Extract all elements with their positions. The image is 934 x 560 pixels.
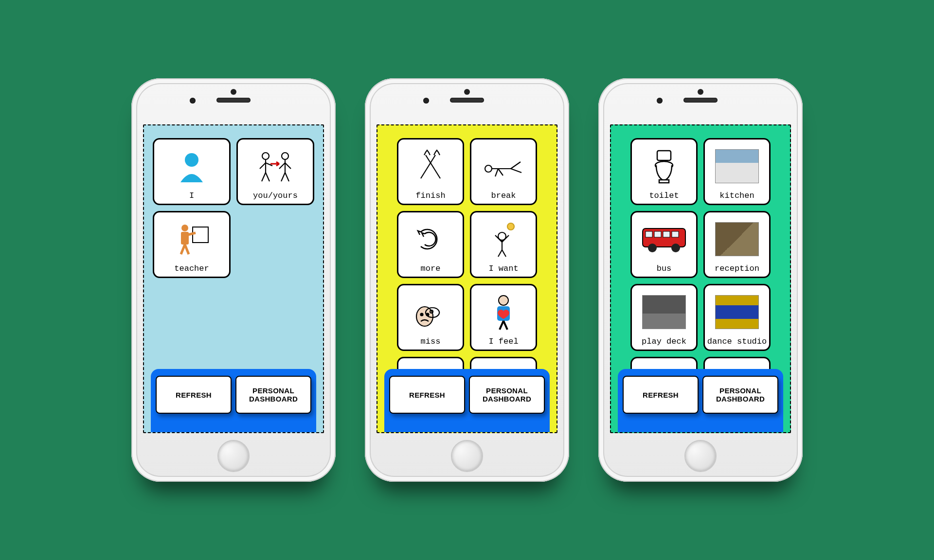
bottom-dock: REFRESH PERSONAL DASHBOARD: [151, 369, 316, 432]
phone-mockup-3: toilet kitchen bus: [598, 78, 803, 482]
svg-rect-14: [193, 227, 208, 243]
lying-icon: [473, 142, 534, 190]
bottom-dock: REFRESH PERSONAL DASHBOARD: [618, 369, 783, 432]
svg-rect-44: [657, 151, 671, 160]
svg-rect-48: [646, 231, 652, 237]
svg-point-15: [181, 225, 188, 231]
svg-line-5: [260, 163, 266, 169]
card-label: kitchen: [719, 192, 754, 200]
toilet-icon: [634, 142, 694, 190]
svg-point-33: [416, 307, 433, 326]
svg-point-37: [499, 296, 508, 305]
card-label: you/yours: [253, 192, 298, 200]
swirl-icon: [400, 215, 461, 262]
svg-line-11: [279, 163, 285, 169]
front-camera: [657, 98, 663, 104]
home-button[interactable]: [217, 440, 250, 472]
photo-icon: [707, 142, 767, 190]
svg-line-4: [266, 173, 269, 181]
svg-rect-51: [672, 231, 679, 237]
svg-line-30: [502, 250, 506, 257]
personal-dashboard-button[interactable]: PERSONAL DASHBOARD: [235, 376, 311, 414]
card-toilet[interactable]: toilet: [630, 138, 698, 205]
svg-point-52: [648, 244, 657, 252]
svg-line-22: [511, 162, 521, 169]
card-dance-studio[interactable]: dance studio: [703, 284, 771, 351]
sad-thought-icon: [400, 288, 461, 335]
card-label: dance studio: [707, 337, 767, 346]
card-grid: I you/yours: [144, 125, 323, 278]
personal-dashboard-button[interactable]: PERSONAL DASHBOARD: [469, 376, 545, 414]
card-label: I feel: [488, 337, 518, 346]
card-bus[interactable]: bus: [630, 211, 698, 278]
front-camera: [190, 98, 196, 104]
card-break[interactable]: break: [470, 138, 537, 205]
home-button[interactable]: [684, 440, 717, 472]
photo-icon: [707, 288, 767, 335]
card-more[interactable]: more: [397, 211, 464, 278]
app-screen: finish break: [377, 124, 557, 433]
phone-speaker: [683, 98, 718, 103]
two-people-arrow-icon: [240, 142, 311, 190]
proximity-sensor: [698, 89, 703, 95]
card-label: play deck: [642, 337, 686, 346]
refresh-button[interactable]: REFRESH: [623, 376, 699, 414]
svg-rect-49: [654, 231, 661, 237]
card-i[interactable]: I: [153, 138, 231, 205]
card-teacher[interactable]: teacher: [153, 211, 231, 278]
card-label: break: [491, 192, 516, 200]
card-label: miss: [421, 337, 441, 346]
card-reception[interactable]: reception: [703, 211, 771, 278]
bottom-dock: REFRESH PERSONAL DASHBOARD: [384, 369, 550, 432]
card-label: finish: [415, 192, 445, 200]
svg-line-3: [262, 173, 266, 181]
card-label: teacher: [174, 264, 209, 273]
card-play-deck[interactable]: play deck: [630, 284, 698, 351]
svg-line-25: [498, 169, 503, 175]
svg-line-9: [281, 173, 285, 181]
svg-line-39: [500, 321, 503, 330]
svg-line-40: [503, 321, 507, 330]
phone-speaker: [216, 98, 251, 103]
photo-icon: [634, 288, 694, 335]
person-icon: [156, 142, 227, 190]
svg-line-10: [285, 173, 289, 181]
card-you-yours[interactable]: you/yours: [236, 138, 314, 205]
card-i-want[interactable]: I want: [470, 211, 537, 278]
card-i-feel[interactable]: I feel: [470, 284, 537, 351]
phone-speaker: [450, 98, 484, 103]
front-camera: [423, 98, 429, 104]
personal-dashboard-button[interactable]: PERSONAL DASHBOARD: [702, 376, 778, 414]
refresh-button[interactable]: REFRESH: [156, 376, 232, 414]
app-screen: I you/yours: [143, 124, 324, 433]
svg-point-7: [282, 153, 288, 159]
card-label: I want: [488, 264, 518, 273]
card-miss[interactable]: miss: [397, 284, 464, 351]
svg-point-26: [507, 223, 514, 230]
card-label: toilet: [649, 192, 679, 200]
phone-mockup-1: I you/yours: [131, 78, 336, 482]
svg-line-29: [498, 250, 502, 257]
app-screen: toilet kitchen bus: [610, 124, 791, 433]
svg-point-53: [671, 244, 680, 252]
svg-point-20: [485, 165, 492, 172]
teacher-icon: [156, 215, 227, 262]
card-finish[interactable]: finish: [397, 138, 464, 205]
card-label: more: [421, 264, 441, 273]
heart-person-icon: [473, 288, 534, 335]
svg-point-0: [185, 153, 198, 167]
card-label: reception: [715, 264, 759, 273]
proximity-sensor: [231, 89, 236, 95]
svg-rect-46: [659, 180, 669, 183]
refresh-button[interactable]: REFRESH: [389, 376, 465, 414]
svg-line-24: [495, 169, 498, 176]
svg-point-34: [421, 313, 423, 315]
svg-line-12: [285, 163, 291, 169]
home-button[interactable]: [451, 440, 483, 472]
svg-rect-50: [663, 231, 670, 237]
card-label: I: [189, 192, 194, 200]
crossed-hands-icon: [400, 142, 461, 190]
bus-icon: [634, 215, 694, 262]
card-kitchen[interactable]: kitchen: [703, 138, 771, 205]
card-label: bus: [657, 264, 672, 273]
